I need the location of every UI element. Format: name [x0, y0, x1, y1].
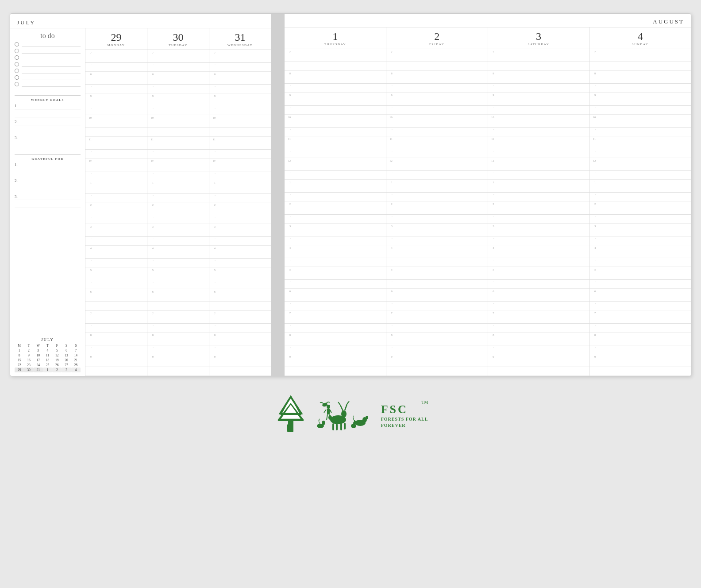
mini-calendar: M T W T F S S 1234567: [15, 343, 81, 372]
svg-point-25: [366, 416, 368, 419]
day-number-1: 1: [332, 31, 338, 42]
list-item: [15, 143, 81, 149]
day-col-header-fri: 2 FRIDAY: [386, 27, 488, 49]
list-item: 3.: [15, 135, 81, 141]
list-item: 2.: [15, 120, 81, 125]
svg-point-11: [341, 410, 347, 418]
right-month-title: AUGUST: [653, 18, 684, 25]
circle-bullet: [15, 42, 19, 46]
day-col-header-sun: 4 SUNDAY: [589, 27, 691, 49]
svg-line-12: [340, 405, 343, 411]
svg-rect-38: [355, 421, 356, 423]
left-month-title: JULY: [17, 19, 35, 26]
spine: [271, 14, 285, 376]
goals-items: 1. 2. 3.: [15, 104, 81, 151]
right-page: AUGUST 1 THURSDAY 2 FRIDAY 3 SATURDAY: [285, 14, 691, 376]
sidebar: to do WEEKLY GOALS 1.: [10, 28, 85, 376]
days-header-right: 1 THURSDAY 2 FRIDAY 3 SATURDAY 4 SUNDAY: [285, 27, 691, 49]
days-columns-right: 1 THURSDAY 2 FRIDAY 3 SATURDAY 4 SUNDAY: [285, 27, 691, 376]
list-item: [15, 75, 81, 80]
day-name-thursday: THURSDAY: [324, 43, 346, 46]
list-item: [15, 170, 81, 176]
day-col-body-fri: 7-8-9-10-11-12-1-2-3-4-5-6-7-8-9-: [386, 49, 488, 376]
fsc-tagline: FORESTS FOR ALLFOREVER: [381, 416, 428, 429]
svg-point-29: [327, 405, 330, 408]
left-content: to do WEEKLY GOALS 1.: [10, 28, 271, 376]
fsc-tree-icon: [273, 394, 308, 434]
day-col-body-mon: 7-8-9-10-11-12-1-2-3-4-5-6-7-8-9-: [85, 50, 147, 376]
svg-rect-19: [336, 424, 338, 430]
day-col-header-tue: 30 TUESDAY: [147, 28, 209, 50]
days-body-left: 7-8-9-10-11-12-1-2-3-4-5-6-7-8-9- 7-8-9-…: [85, 50, 271, 376]
days-header-left: 29 MONDAY 30 TUESDAY 31 WEDNESDAY: [85, 28, 271, 50]
list-item: [15, 68, 81, 74]
list-item: 3.: [15, 194, 81, 200]
list-item: [15, 81, 81, 87]
svg-point-28: [322, 421, 325, 425]
day-col-body-tue: 7-8-9-10-11-12-1-2-3-4-5-6-7-8-9-: [147, 50, 209, 376]
day-number-4: 4: [638, 31, 643, 42]
svg-rect-21: [344, 423, 346, 429]
day-col-body-sat: 7-8-9-10-11-12-1-2-3-4-5-6-7-8-9-: [488, 49, 590, 376]
day-col-body-wed: 7-8-9-10-11-12-1-2-3-4-5-6-7-8-9-: [209, 50, 271, 376]
circle-bullet: [15, 55, 19, 60]
fsc-label: FSC: [381, 404, 408, 415]
list-item: [15, 202, 81, 208]
weekly-goals-label: WEEKLY GOALS: [15, 98, 81, 102]
list-item: 1.: [15, 104, 81, 109]
left-page: JULY to do WEEKLY GOALS: [10, 14, 271, 376]
planner-book: JULY to do WEEKLY GOALS: [10, 13, 691, 376]
svg-rect-18: [332, 423, 334, 430]
day-number-31: 31: [235, 32, 246, 43]
right-header: AUGUST: [285, 14, 691, 27]
list-item: [15, 42, 81, 47]
day-name-monday: MONDAY: [108, 43, 125, 47]
circle-bullet: [15, 62, 19, 66]
svg-line-33: [327, 414, 327, 420]
list-item: 2.: [15, 178, 81, 184]
day-col-header-wed: 31 WEDNESDAY: [209, 28, 271, 50]
day-number-3: 3: [536, 31, 541, 42]
circle-bullet: [15, 69, 19, 73]
svg-rect-30: [327, 408, 330, 414]
fsc-section: TM FSC FORESTS FOR ALLFOREVER: [9, 376, 692, 447]
day-col-header-thu: 1 THURSDAY: [285, 27, 386, 49]
day-col-header-mon: 29 MONDAY: [85, 28, 147, 50]
list-item: [15, 186, 81, 192]
circle-bullet: [15, 75, 19, 80]
svg-line-32: [330, 410, 331, 413]
mini-cal-title: JULY: [15, 337, 81, 342]
fsc-logo: TM FSC FORESTS FOR ALLFOREVER: [273, 394, 428, 434]
page-wrapper: JULY to do WEEKLY GOALS: [0, 0, 701, 456]
circle-bullet: [15, 82, 19, 86]
svg-rect-9: [288, 421, 293, 429]
day-col-body-sun: 7-8-9-10-11-12-1-2-3-4-5-6-7-8-9-: [589, 49, 691, 376]
day-name-friday: FRIDAY: [429, 43, 444, 46]
svg-rect-37: [354, 420, 355, 423]
grateful-items: 1. 2. 3.: [15, 162, 81, 210]
day-number-29: 29: [111, 32, 122, 43]
fsc-animals-icon: [314, 394, 376, 434]
list-item: [15, 55, 81, 60]
days-columns-left: 29 MONDAY 30 TUESDAY 31 WEDNESDAY: [85, 28, 271, 376]
left-header: JULY: [10, 14, 271, 28]
day-number-2: 2: [434, 31, 439, 42]
svg-line-31: [324, 410, 326, 413]
svg-rect-20: [340, 423, 342, 430]
todo-label: to do: [15, 32, 81, 40]
day-number-30: 30: [173, 32, 184, 43]
divider: [15, 95, 81, 96]
list-item: [15, 48, 81, 54]
grateful-for-label: GRATEFUL FOR: [15, 157, 81, 161]
svg-line-15: [345, 404, 347, 410]
day-name-sunday: SUNDAY: [632, 43, 649, 46]
day-col-header-sat: 3 SATURDAY: [488, 27, 590, 49]
days-body-right: 7-8-9-10-11-12-1-2-3-4-5-6-7-8-9- 7-8-9-…: [285, 49, 691, 376]
tm-mark: TM: [421, 400, 428, 405]
list-item: [15, 112, 81, 117]
list-item: 1.: [15, 162, 81, 168]
day-col-body-thu: 7-8-9-10-11-12-1-2-3-4-5-6-7-8-9-: [285, 49, 386, 376]
circle-bullet: [15, 49, 19, 53]
day-name-saturday: SATURDAY: [528, 43, 550, 46]
day-name-wednesday: WEDNESDAY: [227, 43, 253, 47]
